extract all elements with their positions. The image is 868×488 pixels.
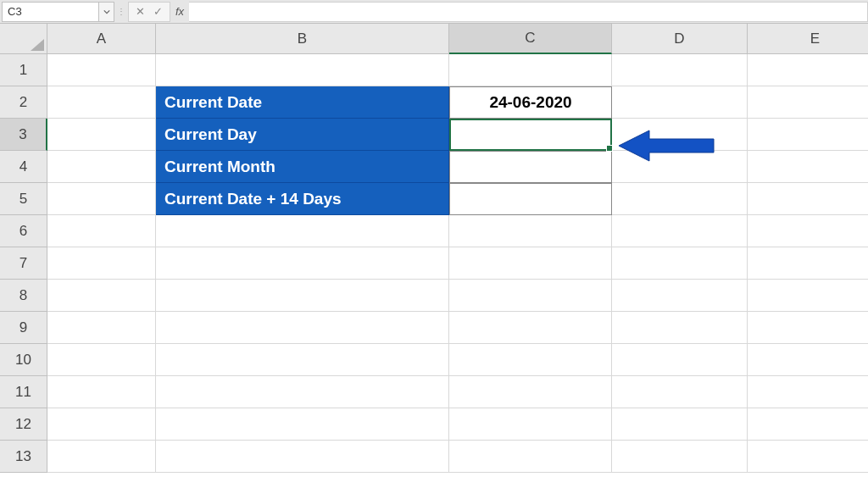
- cell-C12[interactable]: [449, 408, 612, 441]
- row-header-3[interactable]: 3: [0, 119, 47, 151]
- row-header-7[interactable]: 7: [0, 247, 47, 280]
- cell-B8[interactable]: [156, 280, 449, 312]
- cell-B7[interactable]: [156, 247, 449, 280]
- cell-C9[interactable]: [449, 312, 612, 344]
- cell-D2[interactable]: [612, 86, 748, 119]
- row-header-9[interactable]: 9: [0, 312, 47, 344]
- cell-E1[interactable]: [748, 54, 868, 86]
- cell-C5[interactable]: [449, 183, 612, 215]
- cell-B11[interactable]: [156, 376, 449, 408]
- cell-E4[interactable]: [748, 151, 868, 183]
- col-header-D[interactable]: D: [612, 24, 748, 54]
- name-box[interactable]: C3: [2, 2, 99, 22]
- row-2: Current Date 24-06-2020: [47, 86, 868, 119]
- row-headers: 1 2 3 4 5 6 7 8 9 10 11 12 13: [0, 54, 47, 473]
- cell-E11[interactable]: [748, 376, 868, 408]
- cell-B2[interactable]: Current Date: [156, 86, 449, 119]
- row-header-1[interactable]: 1: [0, 54, 47, 86]
- row-header-2[interactable]: 2: [0, 86, 47, 119]
- cell-B6[interactable]: [156, 215, 449, 247]
- cell-C7[interactable]: [449, 247, 612, 280]
- cell-B1[interactable]: [156, 54, 449, 86]
- cell-E2[interactable]: [748, 86, 868, 119]
- cell-E3[interactable]: [748, 119, 868, 151]
- row-5: Current Date + 14 Days: [47, 183, 868, 215]
- cell-D5[interactable]: [612, 183, 748, 215]
- name-box-value: C3: [8, 5, 22, 18]
- cell-A1[interactable]: [47, 54, 156, 86]
- cell-C8[interactable]: [449, 280, 612, 312]
- cell-D7[interactable]: [612, 247, 748, 280]
- cell-grid: Current Date 24-06-2020 Current Day Curr…: [47, 54, 868, 473]
- cell-E12[interactable]: [748, 408, 868, 441]
- cell-D13[interactable]: [612, 441, 748, 473]
- cell-C2[interactable]: 24-06-2020: [449, 86, 612, 119]
- cell-B5[interactable]: Current Date + 14 Days: [156, 183, 449, 215]
- cell-A12[interactable]: [47, 408, 156, 441]
- cell-A11[interactable]: [47, 376, 156, 408]
- cell-B13[interactable]: [156, 441, 449, 473]
- col-header-B[interactable]: B: [156, 24, 449, 54]
- row-11: [47, 376, 868, 408]
- row-10: [47, 344, 868, 376]
- cell-C13[interactable]: [449, 441, 612, 473]
- cell-A5[interactable]: [47, 183, 156, 215]
- formula-buttons: ✕ ✓: [128, 2, 170, 22]
- cell-C4[interactable]: [449, 151, 612, 183]
- cell-C10[interactable]: [449, 344, 612, 376]
- row-header-13[interactable]: 13: [0, 441, 47, 473]
- row-7: [47, 247, 868, 280]
- row-header-6[interactable]: 6: [0, 215, 47, 247]
- fx-label[interactable]: fx: [170, 5, 189, 18]
- cell-A6[interactable]: [47, 215, 156, 247]
- cell-C1[interactable]: [449, 54, 612, 86]
- col-header-A[interactable]: A: [47, 24, 156, 54]
- select-all-corner[interactable]: [0, 24, 47, 54]
- row-header-10[interactable]: 10: [0, 344, 47, 376]
- enter-icon[interactable]: ✓: [153, 5, 163, 18]
- cell-B12[interactable]: [156, 408, 449, 441]
- cell-C3[interactable]: [449, 119, 612, 151]
- cell-B9[interactable]: [156, 312, 449, 344]
- row-header-4[interactable]: 4: [0, 151, 47, 183]
- cell-D11[interactable]: [612, 376, 748, 408]
- cell-B4[interactable]: Current Month: [156, 151, 449, 183]
- cancel-icon[interactable]: ✕: [136, 5, 145, 18]
- column-headers: A B C D E: [47, 24, 868, 54]
- cell-A2[interactable]: [47, 86, 156, 119]
- name-box-dropdown[interactable]: [99, 2, 114, 22]
- cell-B10[interactable]: [156, 344, 449, 376]
- cell-E10[interactable]: [748, 344, 868, 376]
- cell-A4[interactable]: [47, 151, 156, 183]
- row-1: [47, 54, 868, 86]
- col-header-E[interactable]: E: [748, 24, 868, 54]
- cell-E6[interactable]: [748, 215, 868, 247]
- cell-A3[interactable]: [47, 119, 156, 151]
- cell-C6[interactable]: [449, 215, 612, 247]
- formula-bar: C3 ⋮ ✕ ✓ fx: [0, 0, 868, 24]
- cell-D6[interactable]: [612, 215, 748, 247]
- cell-A8[interactable]: [47, 280, 156, 312]
- cell-B3[interactable]: Current Day: [156, 119, 449, 151]
- row-header-8[interactable]: 8: [0, 280, 47, 312]
- col-header-C[interactable]: C: [449, 24, 612, 54]
- cell-A7[interactable]: [47, 247, 156, 280]
- cell-D8[interactable]: [612, 280, 748, 312]
- cell-E7[interactable]: [748, 247, 868, 280]
- row-header-12[interactable]: 12: [0, 408, 47, 441]
- cell-D9[interactable]: [612, 312, 748, 344]
- cell-A13[interactable]: [47, 441, 156, 473]
- cell-E8[interactable]: [748, 280, 868, 312]
- cell-E5[interactable]: [748, 183, 868, 215]
- cell-E9[interactable]: [748, 312, 868, 344]
- cell-A9[interactable]: [47, 312, 156, 344]
- cell-D10[interactable]: [612, 344, 748, 376]
- cell-C11[interactable]: [449, 376, 612, 408]
- cell-A10[interactable]: [47, 344, 156, 376]
- cell-E13[interactable]: [748, 441, 868, 473]
- row-header-11[interactable]: 11: [0, 376, 47, 408]
- formula-input[interactable]: [189, 2, 868, 22]
- cell-D12[interactable]: [612, 408, 748, 441]
- row-header-5[interactable]: 5: [0, 183, 47, 215]
- cell-D1[interactable]: [612, 54, 748, 86]
